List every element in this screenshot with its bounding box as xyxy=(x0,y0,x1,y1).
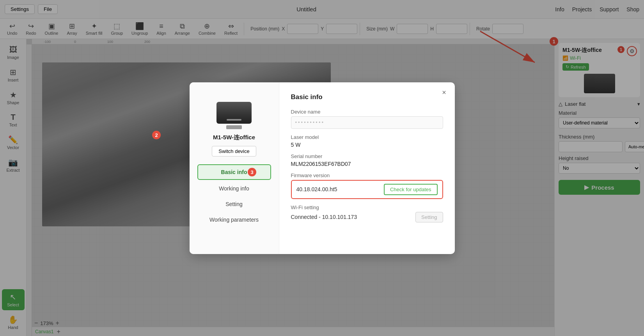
modal-nav-working-parameters[interactable]: Working parameters xyxy=(197,213,271,227)
firmware-version-label: Firmware version xyxy=(291,172,443,178)
modal-nav-setting[interactable]: Setting xyxy=(197,197,271,211)
modal-overlay[interactable]: 2 3 M1-5W-连office Switch device Basic in… xyxy=(0,0,644,336)
modal-left-panel: M1-5W-连office Switch device Basic info W… xyxy=(190,82,279,254)
laser-model-label: Laser model xyxy=(291,134,443,140)
modal-device-icon xyxy=(216,102,252,124)
serial-number-label: Serial number xyxy=(291,153,443,159)
device-name-field-label: Device name xyxy=(291,109,443,115)
device-base-icon xyxy=(226,125,242,129)
modal-section-title: Basic info xyxy=(291,93,443,101)
annotation-badge-2: 2 xyxy=(152,131,161,139)
wifi-setting-button[interactable]: Setting xyxy=(415,212,443,222)
modal-nav-working-info[interactable]: Working info xyxy=(197,181,271,196)
wifi-setting-label: Wi-Fi setting xyxy=(291,204,443,210)
switch-device-button[interactable]: Switch device xyxy=(212,146,256,156)
modal-right-panel: × Basic info Device name Laser model 5 W… xyxy=(279,82,455,254)
annotation-badge-3: 3 xyxy=(248,168,256,176)
modal-device-name: M1-5W-连office xyxy=(213,134,255,141)
modal-nav-basic-info[interactable]: Basic info xyxy=(197,164,271,180)
laser-model-value: 5 W xyxy=(291,142,443,148)
wifi-connection-status: Connected - 10.10.101.173 xyxy=(291,214,411,220)
firmware-row: 40.18.024.00.ht5 Check for updates xyxy=(291,180,443,199)
wifi-row: Connected - 10.10.101.173 Setting xyxy=(291,212,443,222)
device-name-field[interactable] xyxy=(291,116,443,129)
modal-dialog: M1-5W-连office Switch device Basic info W… xyxy=(190,82,455,254)
modal-close-button[interactable]: × xyxy=(439,88,449,98)
serial-number-value: MLM2206153EF67BD07 xyxy=(291,161,443,167)
check-updates-button[interactable]: Check for updates xyxy=(384,184,438,195)
firmware-version-value: 40.18.024.00.ht5 xyxy=(296,186,379,192)
